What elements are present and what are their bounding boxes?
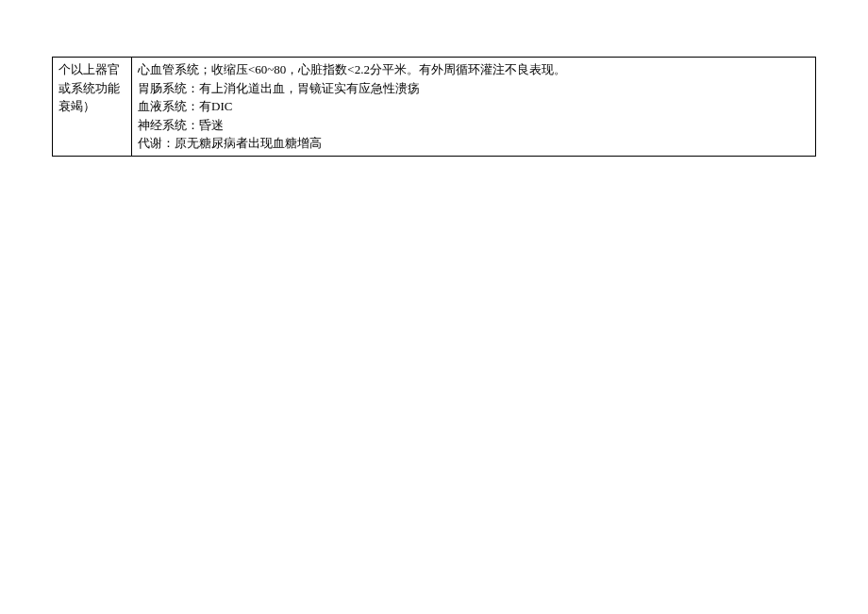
- right-line-3: 血液系统：有DIC: [138, 97, 810, 116]
- left-line-3: 衰竭）: [58, 97, 125, 116]
- cell-left: 个以上器官 或系统功能 衰竭）: [53, 58, 132, 157]
- left-line-1: 个以上器官: [58, 60, 125, 79]
- right-line-1: 心血管系统；收缩压<60~80，心脏指数<2.2分平米。有外周循环灌注不良表现。: [138, 60, 810, 79]
- cell-right: 心血管系统；收缩压<60~80，心脏指数<2.2分平米。有外周循环灌注不良表现。…: [132, 58, 816, 157]
- left-line-2: 或系统功能: [58, 79, 125, 98]
- right-line-4: 神经系统：昏迷: [138, 116, 810, 135]
- document-page: 个以上器官 或系统功能 衰竭） 心血管系统；收缩压<60~80，心脏指数<2.2…: [0, 0, 868, 157]
- content-table: 个以上器官 或系统功能 衰竭） 心血管系统；收缩压<60~80，心脏指数<2.2…: [52, 57, 816, 157]
- table-row: 个以上器官 或系统功能 衰竭） 心血管系统；收缩压<60~80，心脏指数<2.2…: [53, 58, 816, 157]
- right-line-5: 代谢：原无糖尿病者出现血糖增高: [138, 134, 810, 153]
- right-line-2: 胃肠系统：有上消化道出血，胃镜证实有应急性溃疡: [138, 79, 810, 98]
